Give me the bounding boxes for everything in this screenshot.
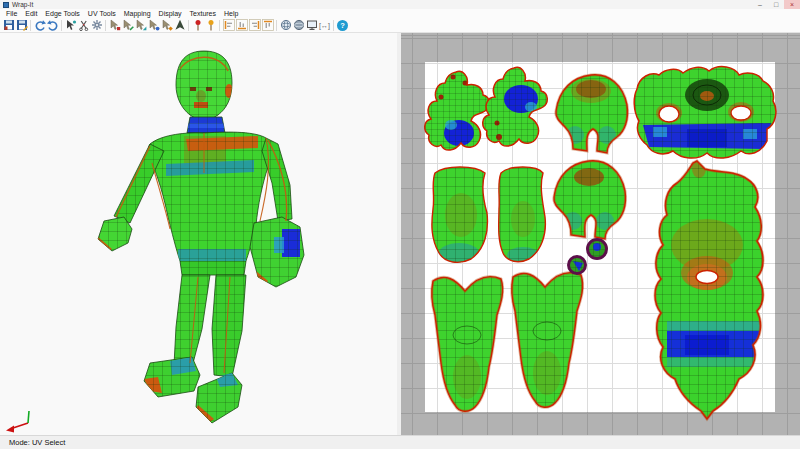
sphere-map-icon	[280, 19, 292, 31]
sphere-map-button[interactable]	[279, 19, 292, 31]
monitor-icon	[306, 19, 318, 31]
menu-mapping[interactable]: Mapping	[120, 10, 155, 17]
close-button[interactable]: ×	[784, 0, 800, 9]
toolbar: [↔] ?	[0, 18, 800, 33]
settings-button[interactable]	[90, 19, 103, 31]
uv-island-ear-b[interactable]	[588, 240, 607, 259]
align-bottom-button[interactable]	[235, 19, 248, 31]
save-as-icon	[16, 19, 28, 31]
window-title: Wrap-It	[12, 1, 33, 8]
uv-island-boot-top-a[interactable]	[551, 71, 633, 157]
menu-edit[interactable]: Edit	[21, 10, 41, 17]
toolbar-separator	[276, 20, 277, 31]
select-island-icon	[148, 19, 160, 31]
menu-display[interactable]: Display	[155, 10, 186, 17]
menu-uv-tools[interactable]: UV Tools	[84, 10, 120, 17]
select-edge-icon	[122, 19, 134, 31]
menu-bar: File Edit Edge Tools UV Tools Mapping Di…	[0, 9, 800, 18]
toolbar-separator	[333, 20, 334, 31]
redo-button[interactable]	[46, 19, 59, 31]
uv-editor-panel[interactable]	[401, 33, 800, 436]
uv-hole	[731, 106, 751, 120]
uv-select-button[interactable]	[64, 19, 77, 31]
uv-hole	[659, 106, 679, 122]
align-top-icon	[262, 19, 274, 31]
viewport-3d[interactable]	[0, 33, 397, 436]
align-right-button[interactable]	[248, 19, 261, 31]
select-face-icon	[135, 19, 147, 31]
uv-island-left-hand[interactable]	[421, 65, 497, 157]
select-island-button[interactable]	[147, 19, 160, 31]
menu-help[interactable]: Help	[220, 10, 242, 17]
save-button[interactable]	[2, 19, 15, 31]
select-shell-button[interactable]	[160, 19, 173, 31]
pack-uvs-button[interactable]: [↔]	[318, 19, 331, 31]
save-icon	[3, 19, 15, 31]
cut-edges-button[interactable]	[77, 19, 90, 31]
axis-gizmo	[6, 411, 29, 433]
toolbar-separator	[30, 20, 31, 31]
unpin-icon	[205, 19, 217, 31]
menu-edge-tools[interactable]: Edge Tools	[41, 10, 84, 17]
gear-icon	[91, 19, 103, 31]
save-as-button[interactable]	[15, 19, 28, 31]
align-right-icon	[249, 19, 261, 31]
uv-island-torso-back[interactable]	[653, 155, 775, 423]
unpin-button[interactable]	[204, 19, 217, 31]
help-button[interactable]: ?	[336, 19, 349, 31]
pin-button[interactable]	[191, 19, 204, 31]
display-texture-button[interactable]	[305, 19, 318, 31]
undo-icon	[34, 19, 46, 31]
select-shell-icon	[161, 19, 173, 31]
align-left-icon	[223, 19, 235, 31]
align-left-button[interactable]	[222, 19, 235, 31]
scissors-icon	[78, 19, 90, 31]
pin-icon	[192, 19, 204, 31]
help-icon: ?	[337, 20, 348, 31]
uv-island-arm-b[interactable]	[495, 163, 553, 267]
align-top-button[interactable]	[261, 19, 274, 31]
toolbar-separator	[105, 20, 106, 31]
x-axis-arrow	[6, 426, 14, 433]
toolbar-separator	[188, 20, 189, 31]
title-bar: Wrap-It – □ ×	[0, 0, 800, 9]
redo-icon	[47, 19, 59, 31]
select-face-button[interactable]	[134, 19, 147, 31]
character-model	[0, 33, 397, 436]
select-vertex-icon	[109, 19, 121, 31]
window-controls: – □ ×	[752, 0, 800, 9]
uv-island-leg-a[interactable]	[429, 271, 507, 417]
select-vertex-button[interactable]	[108, 19, 121, 31]
box-map-icon	[293, 19, 305, 31]
uv-island-leg-b[interactable]	[509, 267, 587, 413]
menu-file[interactable]: File	[2, 10, 21, 17]
uv-island-arm-a[interactable]	[427, 163, 493, 267]
select-edge-button[interactable]	[121, 19, 134, 31]
y-axis-line	[28, 411, 29, 423]
maximize-button[interactable]: □	[768, 0, 784, 9]
status-bar: Mode: UV Select	[0, 435, 800, 449]
toolbar-separator	[219, 20, 220, 31]
menu-textures[interactable]: Textures	[186, 10, 220, 17]
uv-island-boot-top-b[interactable]	[549, 157, 631, 243]
box-map-button[interactable]	[292, 19, 305, 31]
uv-hole	[696, 271, 718, 284]
uv-island-right-hand[interactable]	[479, 61, 555, 153]
align-bottom-icon	[236, 19, 248, 31]
uv-island-head-chest[interactable]	[631, 63, 781, 163]
planar-tool-icon	[174, 19, 186, 31]
toolbar-separator	[61, 20, 62, 31]
app-icon	[3, 2, 9, 8]
minimize-button[interactable]: –	[752, 0, 768, 9]
planar-tool-button[interactable]	[173, 19, 186, 31]
uv-island-ear-a[interactable]	[569, 257, 586, 274]
uv-islands-layer	[401, 33, 800, 436]
mode-indicator: Mode: UV Select	[9, 438, 65, 447]
uv-select-icon	[65, 19, 77, 31]
undo-button[interactable]	[33, 19, 46, 31]
